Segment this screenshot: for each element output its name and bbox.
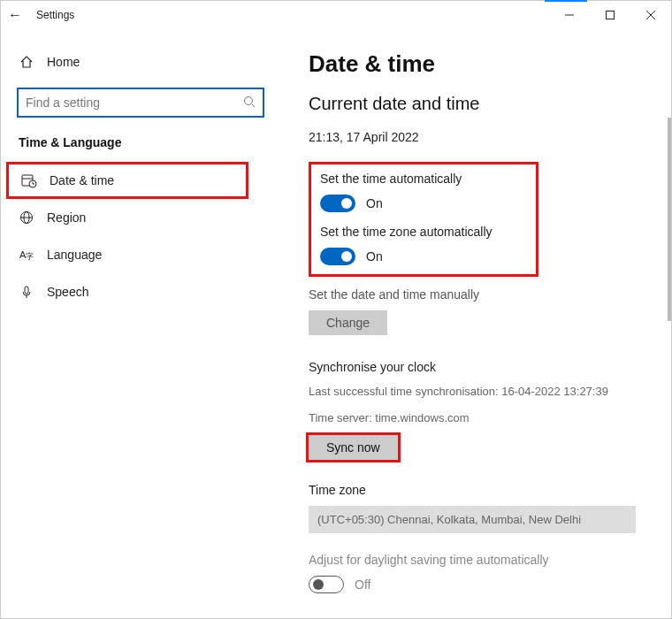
svg-point-4 xyxy=(245,96,253,104)
timezone-select: (UTC+05:30) Chennai, Kolkata, Mumbai, Ne… xyxy=(309,506,636,533)
sidebar-item-label: Region xyxy=(47,210,86,225)
home-icon xyxy=(19,54,34,70)
page-subtitle: Current date and time xyxy=(309,94,653,114)
svg-text:字: 字 xyxy=(26,252,34,261)
sync-now-button[interactable]: Sync now xyxy=(309,435,398,460)
search-input[interactable] xyxy=(26,96,238,110)
sync-last: Last successful time synchronisation: 16… xyxy=(309,383,653,401)
page-title: Date & time xyxy=(309,50,653,78)
sync-heading: Synchronise your clock xyxy=(309,360,653,374)
auto-settings-highlight: Set the time automatically On Set the ti… xyxy=(309,162,538,277)
sidebar-item-speech[interactable]: Speech xyxy=(1,273,284,310)
auto-zone-label: Set the time zone automatically xyxy=(320,225,527,239)
current-datetime: 21:13, 17 April 2022 xyxy=(309,130,653,144)
search-input-wrapper[interactable] xyxy=(17,88,264,118)
calendar-clock-icon xyxy=(21,172,37,188)
titlebar: ← Settings xyxy=(1,1,671,29)
manual-label: Set the date and time manually xyxy=(309,287,653,302)
scrollbar-thumb[interactable] xyxy=(668,118,671,321)
accent-bar xyxy=(545,0,587,2)
sidebar-item-region[interactable]: Region xyxy=(1,199,284,236)
close-button[interactable] xyxy=(630,1,671,29)
dst-state: Off xyxy=(355,577,370,592)
maximize-icon xyxy=(606,11,615,19)
sync-server: Time server: time.windows.com xyxy=(309,409,653,427)
window-title: Settings xyxy=(29,9,74,21)
sidebar-home[interactable]: Home xyxy=(1,47,284,77)
sidebar-home-label: Home xyxy=(47,55,80,69)
sidebar: Home Time & Language Date & time xyxy=(1,29,284,618)
sidebar-item-label: Date & time xyxy=(50,173,114,187)
close-icon xyxy=(646,11,655,19)
timezone-heading: Time zone xyxy=(309,483,653,497)
dst-label: Adjust for daylight saving time automati… xyxy=(309,553,653,567)
sidebar-item-label: Language xyxy=(47,248,102,262)
sidebar-item-language[interactable]: A字 Language xyxy=(1,236,284,273)
dst-toggle xyxy=(309,576,344,593)
sidebar-item-date-time[interactable]: Date & time xyxy=(6,162,248,199)
maximize-button[interactable] xyxy=(590,1,630,29)
sidebar-category: Time & Language xyxy=(1,135,284,162)
auto-zone-toggle[interactable] xyxy=(320,248,355,265)
search-icon xyxy=(243,96,256,111)
auto-time-toggle[interactable] xyxy=(320,195,355,212)
svg-rect-1 xyxy=(607,11,615,19)
minimize-icon xyxy=(565,11,574,19)
svg-line-5 xyxy=(252,104,255,107)
auto-time-label: Set the time automatically xyxy=(320,172,527,186)
back-button[interactable]: ← xyxy=(1,7,29,23)
speech-icon xyxy=(19,284,34,300)
main-pane: Date & time Current date and time 21:13,… xyxy=(284,29,671,618)
sidebar-item-label: Speech xyxy=(47,285,88,299)
auto-time-state: On xyxy=(366,196,383,210)
minimize-button[interactable] xyxy=(549,1,590,29)
globe-icon xyxy=(19,210,34,225)
svg-rect-16 xyxy=(25,287,28,294)
auto-zone-state: On xyxy=(366,249,383,264)
language-icon: A字 xyxy=(19,247,34,263)
change-button: Change xyxy=(309,310,387,335)
